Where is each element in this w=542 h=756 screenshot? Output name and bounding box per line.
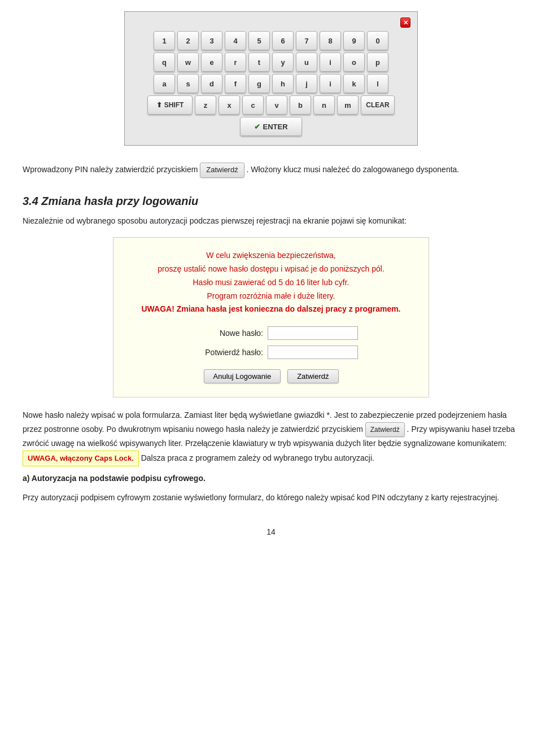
key-g[interactable]: g: [248, 74, 270, 93]
key-w[interactable]: w: [177, 53, 199, 72]
page-number: 14: [23, 527, 519, 536]
input-confirm-password[interactable]: [268, 346, 358, 359]
warning-line2: proszę ustalić nowe hasło dostępu i wpis…: [130, 263, 412, 276]
form-buttons: Anuluj Logowanie Zatwierdź: [130, 369, 412, 383]
label-confirm-password: Potwierdź hasło:: [184, 348, 263, 357]
key-9[interactable]: 9: [343, 31, 365, 50]
key-t[interactable]: t: [248, 53, 270, 72]
key-enter[interactable]: ✔ ENTER: [240, 117, 302, 136]
key-f[interactable]: f: [225, 74, 246, 93]
key-8[interactable]: 8: [320, 31, 341, 50]
key-6[interactable]: 6: [272, 31, 294, 50]
section-desc: Niezależnie od wybranego sposobu autoryz…: [23, 215, 519, 227]
key-e[interactable]: e: [201, 53, 222, 72]
warning-line5: UWAGA! Zmiana hasła jest konieczna do da…: [130, 303, 412, 316]
keyboard-container: ✕ 1 2 3 4 5 6 7 8 9 0 q w e r t y u i o …: [23, 11, 519, 146]
key-a[interactable]: a: [154, 74, 175, 93]
key-q[interactable]: q: [154, 53, 175, 72]
zatwierdz-form-button[interactable]: Zatwierdź: [287, 369, 338, 383]
body-text-p3: Dalsza praca z programem zależy od wybra…: [141, 453, 374, 462]
intro-text1: Wprowadzony PIN należy zatwierdzić przyc…: [23, 165, 198, 174]
caps-lock-warning: UWAGA, włączony Caps Lock.: [23, 451, 139, 466]
key-x[interactable]: x: [218, 95, 240, 115]
zatwierdz-button-inline[interactable]: Zatwierdź: [200, 163, 244, 178]
key-c[interactable]: c: [242, 95, 264, 115]
warning-box: W celu zwiększenia bezpieczeństwa, prosz…: [113, 237, 429, 397]
keyboard-row-enter: ✔ ENTER: [132, 117, 410, 136]
key-b[interactable]: b: [290, 95, 311, 115]
key-shift[interactable]: ⬆ SHIFT: [147, 95, 193, 115]
key-u[interactable]: u: [296, 53, 317, 72]
key-i2[interactable]: i: [320, 74, 341, 93]
key-0[interactable]: 0: [367, 31, 388, 50]
section-heading: 3.4 Zmiana hasła przy logowaniu: [23, 195, 519, 208]
cancel-logowanie-button[interactable]: Anuluj Logowanie: [204, 369, 281, 383]
key-r[interactable]: r: [225, 53, 246, 72]
key-5[interactable]: 5: [248, 31, 270, 50]
key-7[interactable]: 7: [296, 31, 317, 50]
keyboard-window: ✕ 1 2 3 4 5 6 7 8 9 0 q w e r t y u i o …: [124, 11, 418, 146]
warning-line3: Hasło musi zawierać od 5 do 16 liter lub…: [130, 276, 412, 290]
key-l[interactable]: l: [367, 74, 388, 93]
key-p[interactable]: p: [367, 53, 388, 72]
body-paragraph-auth-heading: a) Autoryzacja na podstawie podpisu cyfr…: [23, 472, 519, 486]
input-new-password[interactable]: [268, 326, 358, 340]
key-m[interactable]: m: [337, 95, 359, 115]
key-k[interactable]: k: [343, 74, 365, 93]
key-clear[interactable]: CLEAR: [361, 95, 395, 115]
close-button[interactable]: ✕: [400, 18, 410, 28]
body-paragraph-auth-desc: Przy autoryzacji podpisem cyfrowym zosta…: [23, 491, 519, 505]
key-2[interactable]: 2: [177, 31, 199, 50]
key-n[interactable]: n: [313, 95, 335, 115]
key-d[interactable]: d: [201, 74, 222, 93]
warning-line1: W celu zwiększenia bezpieczeństwa,: [130, 249, 412, 263]
form-row-new-password: Nowe hasło:: [130, 326, 412, 340]
close-icon: ✕: [403, 19, 408, 27]
key-3[interactable]: 3: [201, 31, 222, 50]
intro-text2: . Włożony klucz musi należeć do zalogowa…: [247, 165, 460, 174]
key-v[interactable]: v: [266, 95, 287, 115]
body-paragraph1: Nowe hasło należy wpisać w pola formular…: [23, 409, 519, 466]
keyboard-row-shift: ⬆ SHIFT z x c v b n m CLEAR: [132, 95, 410, 115]
keyboard-titlebar: ✕: [132, 18, 410, 28]
keyboard-row-numbers: 1 2 3 4 5 6 7 8 9 0: [132, 31, 410, 50]
keyboard-row-asdf: a s d f g h j i k l: [132, 74, 410, 93]
key-s[interactable]: s: [177, 74, 199, 93]
key-i[interactable]: i: [320, 53, 341, 72]
key-4[interactable]: 4: [225, 31, 246, 50]
intro-text: Wprowadzony PIN należy zatwierdzić przyc…: [23, 163, 519, 178]
auth-heading-a: a) Autoryzacja na podstawie podpisu cyfr…: [23, 474, 206, 483]
form-row-confirm-password: Potwierdź hasło:: [130, 346, 412, 359]
key-y[interactable]: y: [272, 53, 294, 72]
key-h[interactable]: h: [272, 74, 294, 93]
key-z[interactable]: z: [195, 95, 216, 115]
zatwierdz-body-inline[interactable]: Zatwierdź: [365, 422, 405, 437]
key-j[interactable]: j: [296, 74, 317, 93]
key-o[interactable]: o: [343, 53, 365, 72]
label-new-password: Nowe hasło:: [184, 329, 263, 338]
warning-line4: Program rozróżnia małe i duże litery.: [130, 290, 412, 303]
key-1[interactable]: 1: [154, 31, 175, 50]
keyboard-row-qwerty: q w e r t y u i o p: [132, 53, 410, 72]
